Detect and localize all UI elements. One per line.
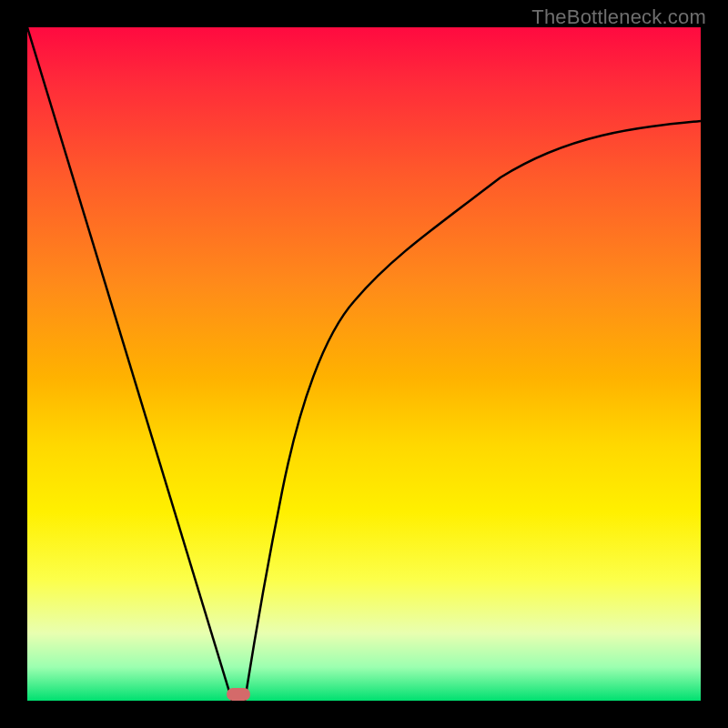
chart-plot-area [27,27,701,701]
optimal-point-marker [227,688,250,701]
watermark-text: TheBottleneck.com [531,5,706,29]
curve-left-branch [27,27,232,701]
curve-right-branch [245,121,701,701]
bottleneck-curve [27,27,701,701]
chart-frame: TheBottleneck.com [0,0,728,728]
